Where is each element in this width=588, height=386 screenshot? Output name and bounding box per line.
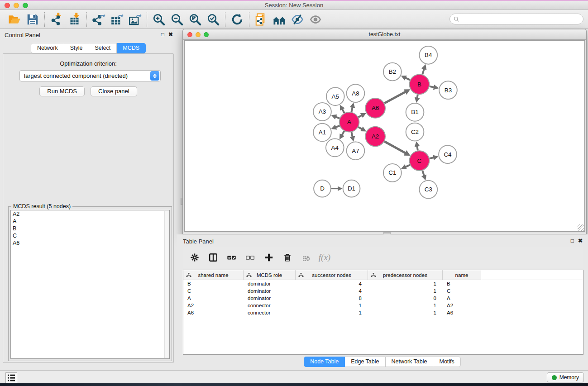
mcds-result-items: A2ABCA6: [11, 210, 169, 247]
mcds-result-title: MCDS result (5 nodes): [11, 203, 72, 210]
zoom-out-icon[interactable]: [168, 12, 186, 27]
graph-node-B1[interactable]: B1: [406, 103, 424, 121]
table-row[interactable]: Adominator80A: [183, 295, 583, 302]
float-table-panel-icon[interactable]: □: [571, 238, 574, 244]
column-header-predecessor-nodes[interactable]: predecessor nodes: [368, 270, 443, 280]
result-scrollbar[interactable]: [164, 211, 169, 358]
tab-network[interactable]: Network: [31, 43, 64, 53]
tab-mcds[interactable]: MCDS: [117, 43, 146, 53]
open-session-icon[interactable]: [5, 12, 24, 27]
select-all-icon[interactable]: [226, 252, 237, 263]
graph-node-A7[interactable]: A7: [347, 142, 365, 160]
search-box[interactable]: [449, 14, 583, 24]
result-item[interactable]: A6: [11, 239, 169, 247]
import-table-icon[interactable]: [66, 12, 84, 27]
memory-button[interactable]: Memory: [547, 372, 584, 382]
optimization-criterion-select[interactable]: largest connected component (directed): [19, 70, 161, 81]
graph-node-B3[interactable]: B3: [439, 81, 457, 99]
resize-grip-icon[interactable]: [578, 224, 584, 231]
graph-node-C1[interactable]: C1: [383, 164, 402, 182]
edge-arrowhead: [421, 64, 426, 70]
graph-node-A8[interactable]: A8: [347, 84, 365, 102]
graph-node-A1[interactable]: A1: [313, 124, 331, 142]
close-panel-icon[interactable]: ✖: [168, 31, 173, 38]
column-header-successor-nodes[interactable]: successor nodes: [296, 270, 368, 280]
table-row[interactable]: A2connector11A2: [183, 302, 583, 309]
tab-node-table[interactable]: Node Table: [304, 357, 345, 367]
graph-node-A5[interactable]: A5: [326, 87, 344, 105]
column-header-MCDS-role[interactable]: MCDS role: [244, 270, 296, 280]
graph-node-A[interactable]: A: [339, 112, 359, 132]
export-table-icon[interactable]: [108, 12, 126, 27]
import-network-icon[interactable]: [48, 12, 66, 27]
tab-edge-table[interactable]: Edge Table: [345, 357, 385, 367]
tab-style[interactable]: Style: [64, 43, 89, 53]
column-header-name[interactable]: name: [443, 270, 481, 280]
graph-node-A2[interactable]: A2: [365, 127, 385, 147]
graph-node-B4[interactable]: B4: [419, 46, 437, 64]
svg-text:A4: A4: [331, 144, 339, 151]
column-header-shared-name[interactable]: shared name: [183, 270, 244, 280]
graph-node-D1[interactable]: D1: [343, 180, 360, 197]
gear-icon[interactable]: [189, 252, 200, 263]
preview-eye-icon[interactable]: [306, 12, 325, 27]
refresh-icon[interactable]: [228, 12, 246, 27]
zoom-fit-icon[interactable]: [186, 12, 204, 27]
graph-node-A4[interactable]: A4: [326, 138, 344, 157]
table-cell: B: [183, 281, 244, 286]
save-session-icon[interactable]: [24, 12, 42, 27]
export-image-icon[interactable]: [126, 12, 144, 27]
run-mcds-button[interactable]: Run MCDS: [39, 86, 85, 96]
graph-node-C4[interactable]: C4: [439, 145, 457, 163]
close-table-panel-icon[interactable]: ✖: [578, 238, 583, 244]
task-history-button[interactable]: [5, 372, 17, 383]
tab-motifs[interactable]: Motifs: [433, 357, 460, 367]
close-panel-button[interactable]: Close panel: [91, 86, 137, 96]
graph-node-B[interactable]: B: [410, 74, 430, 94]
svg-text:B4: B4: [425, 52, 432, 58]
graph-node-D[interactable]: D: [314, 180, 331, 197]
control-panel: Control Panel □ ✖ NetworkStyleSelectMCDS…: [0, 29, 177, 370]
table-row[interactable]: Bdominator41B: [183, 280, 583, 287]
graph-node-C2[interactable]: C2: [406, 123, 424, 141]
mcds-result-list[interactable]: A2ABCA6: [10, 210, 170, 359]
graph-node-A6[interactable]: A6: [365, 98, 385, 118]
zoom-in-icon[interactable]: [150, 12, 168, 27]
graph-node-C3[interactable]: C3: [419, 181, 437, 199]
result-item[interactable]: B: [11, 225, 169, 232]
delete-table-icon[interactable]: [301, 252, 311, 263]
network-canvas[interactable]: B4B2BB3A5A8A6A3AB1A1A2C2A4A7C4CC1DD1C3: [184, 40, 585, 232]
clone-network-icon[interactable]: [252, 12, 270, 27]
search-input[interactable]: [461, 15, 583, 23]
home-icon[interactable]: [270, 12, 288, 27]
network-window-titlebar[interactable]: testGlobe.txt: [183, 29, 586, 40]
memory-label: Memory: [559, 374, 579, 381]
table-panel-title: Table Panel: [183, 238, 214, 245]
export-network-icon[interactable]: [90, 12, 108, 27]
tab-network-table[interactable]: Network Table: [386, 357, 434, 367]
float-panel-icon[interactable]: □: [161, 31, 164, 38]
zoom-selected-icon[interactable]: [204, 12, 222, 27]
result-item[interactable]: A2: [11, 210, 169, 218]
fx-icon[interactable]: f(x): [319, 252, 330, 263]
toggle-details-icon[interactable]: [288, 12, 306, 27]
network-graph: B4B2BB3A5A8A6A3AB1A1A2C2A4A7C4CC1DD1C3: [185, 41, 584, 231]
svg-text:A1: A1: [319, 129, 326, 136]
mcds-result-group: MCDS result (5 nodes) A2ABCA6: [8, 206, 172, 361]
result-item[interactable]: C: [11, 232, 169, 239]
add-icon[interactable]: [263, 252, 274, 263]
tab-select[interactable]: Select: [89, 43, 117, 53]
edge-arrowhead: [421, 175, 426, 181]
table-cell: C: [183, 288, 244, 294]
graph-node-A3[interactable]: A3: [313, 103, 331, 121]
graph-node-C[interactable]: C: [410, 151, 430, 171]
table-row[interactable]: A6connector11A6: [183, 309, 583, 316]
columns-icon[interactable]: [208, 252, 219, 263]
table-row[interactable]: Cdominator41C: [183, 287, 583, 295]
result-item[interactable]: A: [11, 218, 169, 225]
network-window-title: testGlobe.txt: [183, 31, 586, 38]
network-view-window: testGlobe.txt B4B2BB3A5A8A6A3AB1A1A2C2A4…: [182, 29, 587, 234]
graph-node-B2[interactable]: B2: [383, 63, 402, 81]
trash-icon[interactable]: [282, 252, 293, 263]
deselect-all-icon[interactable]: [245, 252, 256, 263]
